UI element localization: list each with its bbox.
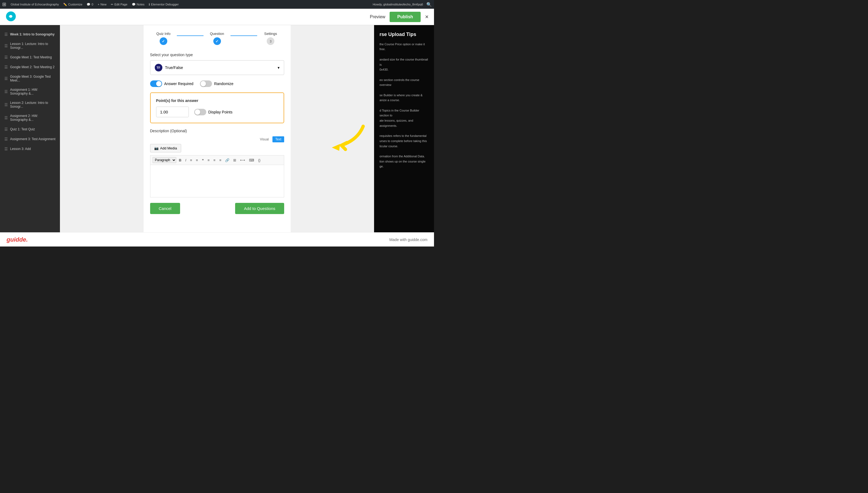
bold-button[interactable]: B	[178, 157, 183, 163]
tab-visual[interactable]: Visual	[257, 136, 271, 142]
admin-bar: ⊞ Global Institute of Echocardiography ✏…	[0, 0, 434, 9]
points-box-label: Point(s) for this answer	[156, 99, 278, 103]
sidebar-item-label: Assignment 3: Test Assignment	[10, 137, 55, 141]
right-panel-text: the Course Price option or make it free.…	[380, 42, 429, 169]
guidde-logo: guidde.	[6, 236, 28, 243]
progress-steps: Quiz Info ✓ Question ✓ Settings 3	[150, 31, 284, 45]
add-media-label: Add Media	[160, 146, 177, 150]
drag-icon: ☰	[4, 65, 8, 69]
sidebar-item-googlemeet1[interactable]: ☰ Google Meet 1: Test Meeting	[0, 52, 60, 62]
publish-button[interactable]: Publish	[390, 12, 421, 22]
admin-notes[interactable]: 💬 Notes	[132, 3, 145, 6]
display-points-toggle[interactable]	[194, 109, 206, 115]
step-line-1	[177, 36, 204, 36]
points-input[interactable]	[156, 107, 189, 117]
sidebar-item-label: Lesson 2: Lecture: Intro to Sonogr...	[10, 101, 55, 109]
drag-icon: ☰	[4, 127, 8, 131]
step-question: Question ✓	[204, 31, 230, 45]
cancel-button[interactable]: Cancel	[150, 203, 180, 214]
guidde-footer: guidde. Made with guidde.com	[0, 232, 434, 246]
right-panel: rse Upload Tips the Course Price option …	[374, 25, 434, 246]
step-label: Quiz Info	[156, 31, 170, 36]
step-circle-2: ✓	[213, 37, 221, 45]
table-button[interactable]: ⊞	[232, 157, 237, 163]
points-box: Point(s) for this answer Display Points	[150, 92, 284, 123]
sidebar-item-label: Lesson 1: Lecture: Intro to Sonogr...	[10, 42, 55, 50]
admin-edit-page[interactable]: ✏ Edit Page	[111, 3, 128, 6]
sidebar-item-quiz1[interactable]: ☰ Quiz 1: Test Quiz	[0, 124, 60, 134]
admin-elementor-debugger[interactable]: ℹ Elementor Debugger	[149, 3, 179, 6]
sidebar-item-lesson1[interactable]: ☰ Lesson 1: Lecture: Intro to Sonogr...	[0, 39, 60, 52]
top-bar-actions: Preview Publish ×	[370, 12, 429, 22]
align-left-button[interactable]: ≡	[206, 157, 211, 163]
fullscreen-button[interactable]: ⟷	[239, 157, 246, 163]
drag-icon: ☰	[4, 89, 8, 94]
sidebar-item-label: Assignment 1: HW: Sonography &...	[10, 88, 55, 95]
admin-site-name[interactable]: Global Institute of Echocardiography	[10, 3, 59, 6]
admin-user: Howdy, globalinstituteofecho_8m6pq6	[373, 3, 423, 6]
sidebar-item-assignment2[interactable]: ☰ Assignment 2: HW: Sonography &...	[0, 111, 60, 124]
sidebar-item-week1[interactable]: ☰ Week 1: Intro to Sonography	[0, 29, 60, 39]
sidebar-item-googlemeet2[interactable]: ☰ Google Meet 2: Test Meeting 2	[0, 62, 60, 72]
app-logo	[5, 11, 16, 23]
editor-tabs: Visual Text	[150, 136, 284, 142]
add-media-icon: 📷	[154, 146, 159, 150]
italic-button[interactable]: I	[184, 157, 187, 163]
admin-customize[interactable]: ✏️ Customize	[63, 3, 82, 6]
randomize-toggle[interactable]	[200, 81, 212, 87]
blockquote-button[interactable]: ❝	[201, 157, 205, 163]
paragraph-select[interactable]: Paragraph	[153, 157, 176, 163]
bottom-buttons: Cancel Add to Questions	[150, 203, 284, 214]
step-circle-3: 3	[267, 37, 274, 45]
description-label: Description (Optional)	[150, 129, 284, 133]
code-button[interactable]: {}	[257, 157, 261, 163]
drag-icon: ☰	[4, 55, 8, 60]
tab-text[interactable]: Text	[272, 136, 284, 142]
sidebar-item-label: Assignment 2: HW: Sonography &...	[10, 114, 55, 122]
select-question-type-label: Select your question type	[150, 52, 284, 57]
wp-logo-icon[interactable]: ⊞	[2, 1, 6, 7]
ol-button[interactable]: ≡	[195, 157, 199, 163]
editor-body[interactable]	[150, 165, 284, 197]
chevron-down-icon: ▾	[278, 65, 279, 70]
sidebar-item-label: Google Meet 1: Test Meeting	[10, 55, 52, 59]
align-right-button[interactable]: ≡	[218, 157, 223, 163]
step-circle-1: ✓	[160, 37, 167, 45]
preview-button[interactable]: Preview	[370, 15, 385, 19]
drag-icon: ☰	[4, 76, 8, 81]
align-center-button[interactable]: ≡	[212, 157, 216, 163]
randomize-label: Randomize	[214, 82, 233, 86]
sidebar-item-assignment1[interactable]: ☰ Assignment 1: HW: Sonography &...	[0, 85, 60, 98]
sidebar-item-label: Google Meet 3: Google Test Meet...	[10, 75, 55, 82]
answer-required-toggle[interactable]	[150, 81, 162, 87]
ul-button[interactable]: ≡	[189, 157, 193, 163]
tf-icon: TF	[155, 64, 162, 71]
question-type-dropdown[interactable]: TF True/False ▾	[150, 60, 284, 75]
close-button[interactable]: ×	[425, 13, 429, 20]
step-label: Question	[210, 31, 224, 36]
admin-new[interactable]: + New	[97, 3, 106, 6]
sidebar-item-label: Quiz 1: Test Quiz	[10, 127, 35, 131]
toggle-knob	[195, 109, 200, 115]
sidebar-item-lesson3[interactable]: ☰ Lesson 3: Add	[0, 144, 60, 154]
add-media-button[interactable]: 📷 Add Media	[150, 144, 181, 152]
dropdown-left: TF True/False	[155, 64, 183, 71]
sidebar-item-googlemeet3[interactable]: ☰ Google Meet 3: Google Test Meet...	[0, 72, 60, 85]
sidebar-item-lesson2[interactable]: ☰ Lesson 2: Lecture: Intro to Sonogr...	[0, 98, 60, 111]
keyboard-button[interactable]: ⌨	[248, 157, 255, 163]
sidebar-item-assignment3[interactable]: ☰ Assignment 3: Test Assignment	[0, 134, 60, 144]
step-settings: Settings 3	[257, 31, 284, 45]
display-points-label: Display Points	[208, 110, 233, 114]
editor-toolbar: Paragraph B I ≡ ≡ ❝ ≡ ≡ ≡ 🔗 ⊞ ⟷ ⌨ {}	[150, 155, 284, 165]
drag-icon: ☰	[4, 137, 8, 141]
admin-search-icon[interactable]: 🔍	[426, 2, 432, 7]
add-to-questions-button[interactable]: Add to Questions	[235, 203, 284, 214]
toggle-knob	[201, 81, 206, 86]
link-button[interactable]: 🔗	[224, 157, 230, 163]
svg-point-1	[9, 15, 12, 18]
guidde-made-with: Made with guidde.com	[389, 237, 428, 242]
answer-required-toggle-item: Answer Required	[150, 81, 193, 87]
sidebar-item-label: Week 1: Intro to Sonography	[10, 33, 54, 36]
drag-icon: ☰	[4, 147, 8, 151]
admin-comments[interactable]: 💬 0	[87, 3, 93, 6]
